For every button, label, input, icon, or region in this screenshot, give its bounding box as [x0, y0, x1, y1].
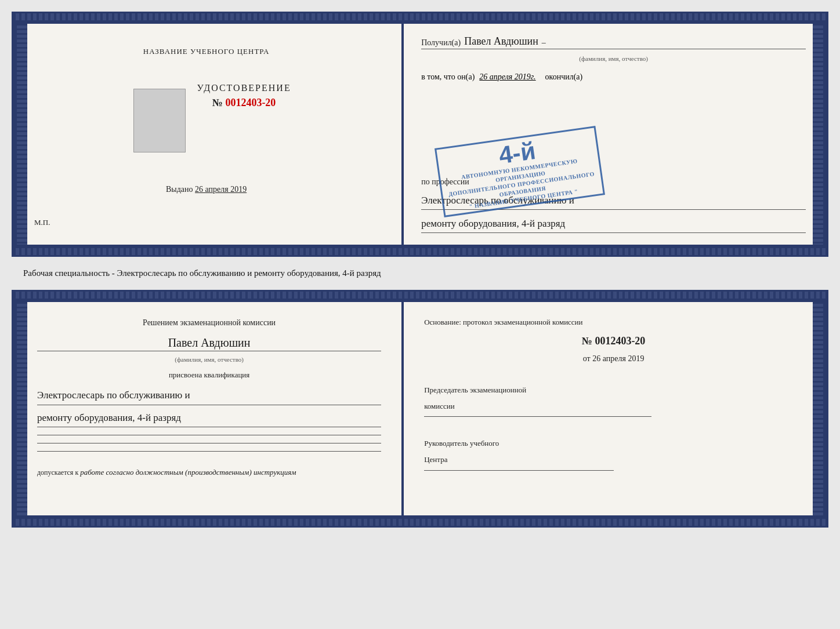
- allowed-label: допускается к работе согласно должностны…: [37, 468, 381, 477]
- middle-text: Рабочая специальность - Электрослесарь п…: [12, 264, 828, 283]
- cert-title-block: УДОСТОВЕРЕНИЕ № 0012403-20: [197, 83, 291, 109]
- basis-label: Основание: протокол экзаменационной коми…: [424, 317, 803, 328]
- director-sig-line: [424, 470, 613, 471]
- cert-number: № 0012403-20: [212, 97, 276, 109]
- protocol-date: 26 апреля 2019: [592, 354, 644, 363]
- assigned-label: присвоена квалификация: [37, 370, 381, 380]
- name-sublabel-bottom: (фамилия, имя, отчество): [37, 356, 381, 363]
- profession-line2-top: ремонту оборудования, 4-й разряд: [421, 216, 806, 233]
- top-left-panel: НАЗВАНИЕ УЧЕБНОГО ЦЕНТРА УДОСТОВЕРЕНИЕ №…: [17, 24, 404, 245]
- photo-placeholder: [133, 89, 186, 152]
- recipient-name-top: Павел Авдюшин: [464, 35, 538, 48]
- protocol-prefix: №: [582, 335, 592, 347]
- qualification-line1: Электрослесарь по обслуживанию и: [37, 387, 381, 405]
- allowed-text: работе согласно должностным (производств…: [80, 468, 296, 477]
- received-prefix: Получил(а): [421, 38, 461, 48]
- person-name-bottom: Павел Авдюшин: [37, 336, 381, 351]
- top-border-bottom: [13, 292, 827, 299]
- director-line1: Руководитель учебного: [424, 438, 803, 449]
- bottom-right-panel: Основание: протокол экзаменационной коми…: [404, 302, 823, 515]
- bottom-border-top: [13, 248, 827, 255]
- cert-title: УДОСТОВЕРЕНИЕ: [197, 83, 291, 93]
- in-that-text: в том, что он(а): [421, 72, 475, 82]
- completed-suffix: окончил(а): [545, 72, 583, 82]
- bottom-left-panel: Решением экзаменационной комиссии Павел …: [17, 302, 404, 515]
- top-border: [13, 13, 827, 20]
- issued-label: Выдано: [166, 185, 193, 194]
- mp-label: М.П.: [34, 218, 50, 227]
- allowed-prefix: допускается к: [37, 468, 78, 477]
- top-right-panel: Получил(а) Павел Авдюшин – (фамилия, имя…: [404, 24, 823, 245]
- qualification-line2: ремонту оборудования, 4-й разряд: [37, 410, 381, 427]
- chairman-line1: Председатель экзаменационной: [424, 385, 803, 395]
- protocol-date-block: от 26 апреля 2019: [424, 354, 803, 363]
- name-sublabel-top: (фамилия, имя, отчество): [421, 55, 806, 62]
- protocol-number: 0012403-20: [595, 335, 645, 347]
- sig-line-1: [37, 435, 381, 435]
- issued-line: Выдано 26 апреля 2019: [166, 185, 247, 194]
- top-doc-inner: НАЗВАНИЕ УЧЕБНОГО ЦЕНТРА УДОСТОВЕРЕНИЕ №…: [13, 20, 827, 248]
- sig-line-3: [37, 451, 381, 452]
- director-line2: Центра: [424, 455, 803, 465]
- bottom-document: Решением экзаменационной комиссии Павел …: [12, 290, 828, 528]
- spine-left-bottom: [17, 302, 27, 515]
- spine-right-top: [813, 24, 823, 245]
- completed-date: 26 апреля 2019г.: [479, 72, 535, 82]
- top-document: НАЗВАНИЕ УЧЕБНОГО ЦЕНТРА УДОСТОВЕРЕНИЕ №…: [12, 12, 828, 257]
- chairman-sig-line: [424, 416, 651, 417]
- date-prefix: от: [583, 354, 591, 363]
- bottom-border-bottom: [13, 519, 827, 526]
- page-wrapper: НАЗВАНИЕ УЧЕБНОГО ЦЕНТРА УДОСТОВЕРЕНИЕ №…: [12, 12, 828, 528]
- issued-date: 26 апреля 2019: [195, 185, 247, 194]
- institution-label-top: НАЗВАНИЕ УЧЕБНОГО ЦЕНТРА: [143, 47, 269, 56]
- commission-title: Решением экзаменационной комиссии: [37, 317, 381, 329]
- protocol-number-block: № 0012403-20: [424, 335, 803, 347]
- chairman-line2: комиссии: [424, 401, 803, 412]
- cert-number-value: 0012403-20: [225, 97, 276, 108]
- bottom-doc-inner: Решением экзаменационной комиссии Павел …: [13, 299, 827, 519]
- cert-number-prefix: №: [212, 97, 223, 108]
- sig-line-2: [37, 443, 381, 443]
- spine-right-bottom: [813, 302, 823, 515]
